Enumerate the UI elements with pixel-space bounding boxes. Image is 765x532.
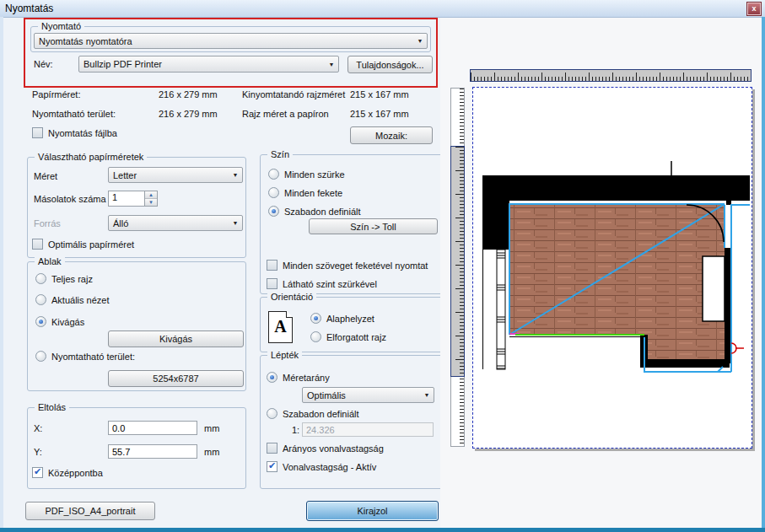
copies-stepper[interactable]: 1 ▲ ▼: [108, 191, 158, 207]
checkbox-checked-icon: [267, 461, 277, 472]
preview-page: [472, 87, 752, 449]
paper-size-value: 216 x 279 mm: [159, 89, 218, 99]
preset-button[interactable]: PDF_ISO_A4_portrait: [25, 502, 155, 520]
all-black-radio[interactable]: Minden fekete: [268, 187, 342, 198]
printable-size-button[interactable]: 5254x6787: [108, 370, 244, 387]
portrait-orientation-icon: A: [268, 311, 293, 343]
spinner-down-icon[interactable]: ▼: [145, 198, 157, 206]
chevron-down-icon: ▼: [325, 62, 338, 67]
paper-sizes-label: Választható papírméretek: [35, 152, 147, 162]
source-select[interactable]: Álló ▼: [108, 215, 243, 231]
scale-label: Lépték: [267, 350, 302, 360]
window-area-label: Ablak: [35, 256, 65, 266]
offset-y-unit: mm: [204, 447, 219, 457]
size-label: Méret: [34, 171, 57, 181]
crop-radio[interactable]: Kivágás: [35, 316, 84, 327]
center-checkbox[interactable]: Középpontba: [32, 467, 103, 478]
radio-icon: [268, 187, 279, 198]
printer-name-select[interactable]: Bullzip PDF Printer ▼: [78, 56, 339, 73]
radio-selected-icon: [267, 372, 277, 383]
radio-icon: [35, 273, 46, 284]
source-label: Forrás: [34, 218, 61, 228]
scale-ratio-radio[interactable]: Méretarány: [267, 372, 330, 383]
offset-y-label: Y:: [34, 447, 42, 457]
crop-button[interactable]: Kivágás: [108, 330, 244, 347]
properties-button[interactable]: Tulajdonságok...: [347, 56, 433, 73]
mosaic-button[interactable]: Mozaik:: [350, 126, 433, 144]
offset-x-field[interactable]: [108, 421, 197, 435]
proportional-lineweight-checkbox[interactable]: Arányos vonalvastagság: [267, 443, 384, 454]
orientation-default-radio[interactable]: Alaphelyzet: [310, 313, 374, 324]
chevron-down-icon: ▼: [229, 172, 242, 178]
current-view-radio[interactable]: Aktuális nézet: [35, 294, 109, 305]
vertical-ruler-highlight: [450, 146, 465, 377]
scale-ratio-select[interactable]: Optimális ▼: [302, 387, 434, 403]
all-text-black-checkbox[interactable]: Minden szöveget feketével nyomtat: [267, 260, 428, 271]
copies-label: Másolatok száma: [34, 194, 106, 204]
drawing-on-paper-value: 215 x 167 mm: [350, 109, 409, 119]
printable-area-label: Nyomtatható terület:: [32, 109, 116, 119]
radio-icon: [35, 294, 46, 305]
printer-name-label: Név:: [34, 59, 53, 69]
full-drawing-radio[interactable]: Teljes rajz: [35, 273, 93, 284]
radio-icon: [310, 331, 321, 342]
optimal-paper-checkbox[interactable]: Optimális papírméret: [32, 239, 134, 250]
draw-button[interactable]: Kirajzol: [306, 501, 439, 521]
titlebar: Nyomtatás x: [0, 0, 765, 18]
printable-area-radio[interactable]: Nyomtatható terület:: [35, 351, 135, 362]
print-preview-panel: [440, 18, 762, 528]
chevron-down-icon: ▼: [413, 38, 427, 44]
orientation-label: Orientáció: [267, 292, 316, 302]
printable-area-value: 216 x 279 mm: [159, 109, 218, 119]
window-border-left: [0, 17, 3, 532]
color-label: Szín: [267, 149, 293, 159]
checkbox-icon: [32, 239, 43, 250]
offset-y-field[interactable]: [108, 444, 197, 459]
floorplan-drawing: [473, 88, 752, 448]
radio-selected-icon: [310, 313, 321, 324]
visible-layer-gray-checkbox[interactable]: Látható szint szürkével: [267, 278, 377, 289]
copies-value[interactable]: 1: [108, 191, 145, 207]
spinner-up-icon[interactable]: ▲: [145, 191, 157, 198]
radio-icon: [35, 351, 46, 362]
close-icon[interactable]: x: [747, 3, 761, 15]
horizontal-ruler: [470, 69, 752, 82]
window-border-bottom: [0, 528, 765, 532]
orientation-rotated-radio[interactable]: Elforgatott rajz: [310, 331, 386, 342]
size-select[interactable]: Letter ▼: [108, 167, 243, 183]
checkbox-checked-icon: [32, 467, 43, 478]
radio-selected-icon: [268, 206, 279, 217]
radio-icon: [268, 169, 279, 180]
print-to-file-checkbox[interactable]: Nyomtatás fájlba: [32, 127, 117, 138]
checkbox-icon: [267, 278, 277, 289]
window-border-right: [762, 17, 765, 532]
color-to-pen-button[interactable]: Szín -> Toll: [309, 218, 438, 234]
custom-color-radio[interactable]: Szabadon definiált: [268, 206, 361, 217]
paper-size-label: Papírméret:: [32, 89, 80, 99]
radio-selected-icon: [35, 316, 46, 327]
dialog-title: Nyomtatás: [5, 3, 53, 14]
radio-icon: [267, 408, 277, 419]
checkbox-icon: [267, 443, 277, 454]
print-target-select[interactable]: Nyomtatás nyomtatóra ▼: [34, 33, 428, 49]
chevron-down-icon: ▼: [229, 220, 242, 226]
drawing-size-value: 215 x 167 mm: [350, 89, 409, 99]
offset-x-unit: mm: [204, 423, 219, 433]
drawing-on-paper-label: Rajz méret a papíron: [242, 109, 329, 119]
chevron-down-icon: ▼: [420, 392, 434, 398]
lineweight-active-checkbox[interactable]: Vonalvastagság - Aktív: [267, 461, 376, 472]
scale-custom-radio[interactable]: Szabadon definiált: [267, 408, 359, 419]
offset-x-label: X:: [34, 423, 42, 433]
scale-custom-field[interactable]: [302, 422, 434, 437]
scale-one-label: 1:: [292, 425, 299, 435]
checkbox-icon: [267, 260, 277, 271]
print-dialog: Nyomtatás x Nyomtató Nyomtatás nyomtatór…: [0, 0, 765, 532]
all-gray-radio[interactable]: Minden szürke: [268, 169, 345, 180]
checkbox-icon: [32, 127, 43, 138]
drawing-size-label: Kinyomtatandó rajzméret: [242, 89, 345, 99]
printer-group-label: Nyomtató: [38, 21, 84, 31]
offset-label: Eltolás: [35, 402, 69, 412]
